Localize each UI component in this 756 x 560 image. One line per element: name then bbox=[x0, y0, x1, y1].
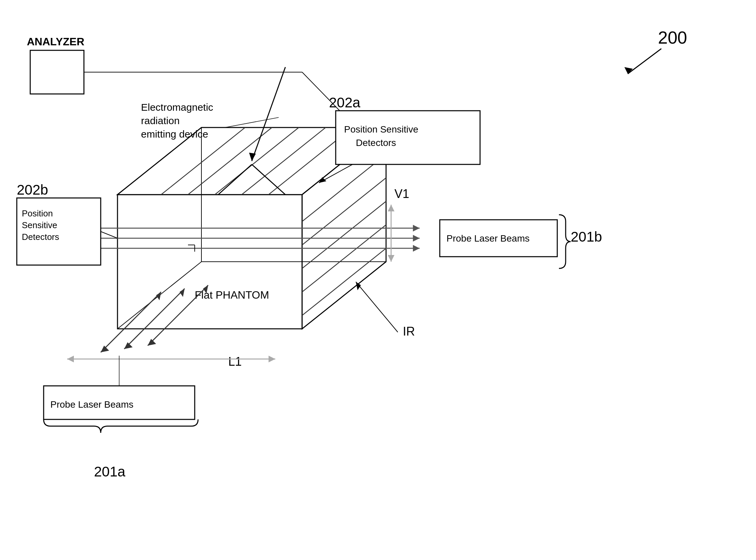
svg-rect-1 bbox=[30, 50, 84, 94]
svg-text:202b: 202b bbox=[17, 182, 48, 198]
svg-text:200: 200 bbox=[658, 28, 687, 47]
svg-text:L1: L1 bbox=[228, 355, 242, 368]
svg-text:Detectors: Detectors bbox=[22, 232, 59, 242]
svg-text:Detectors: Detectors bbox=[356, 138, 396, 148]
svg-text:ANALYZER: ANALYZER bbox=[27, 36, 84, 48]
svg-text:Probe Laser Beams: Probe Laser Beams bbox=[446, 233, 529, 244]
svg-text:201a: 201a bbox=[94, 464, 125, 479]
svg-text:radiation: radiation bbox=[141, 115, 180, 126]
diagram-container: ANALYZER 200 bbox=[0, 0, 756, 560]
svg-text:202a: 202a bbox=[329, 95, 361, 111]
svg-text:201b: 201b bbox=[571, 229, 602, 245]
svg-text:Probe Laser Beams: Probe Laser Beams bbox=[50, 399, 133, 410]
svg-text:emitting device: emitting device bbox=[141, 128, 208, 140]
svg-text:V1: V1 bbox=[394, 187, 409, 201]
svg-text:Sensitive: Sensitive bbox=[22, 220, 57, 230]
svg-text:Position: Position bbox=[22, 208, 53, 218]
svg-text:Position Sensitive: Position Sensitive bbox=[344, 124, 418, 135]
svg-rect-69 bbox=[17, 198, 101, 265]
svg-text:IR: IR bbox=[403, 324, 415, 338]
svg-text:Electromagnetic: Electromagnetic bbox=[141, 102, 213, 113]
